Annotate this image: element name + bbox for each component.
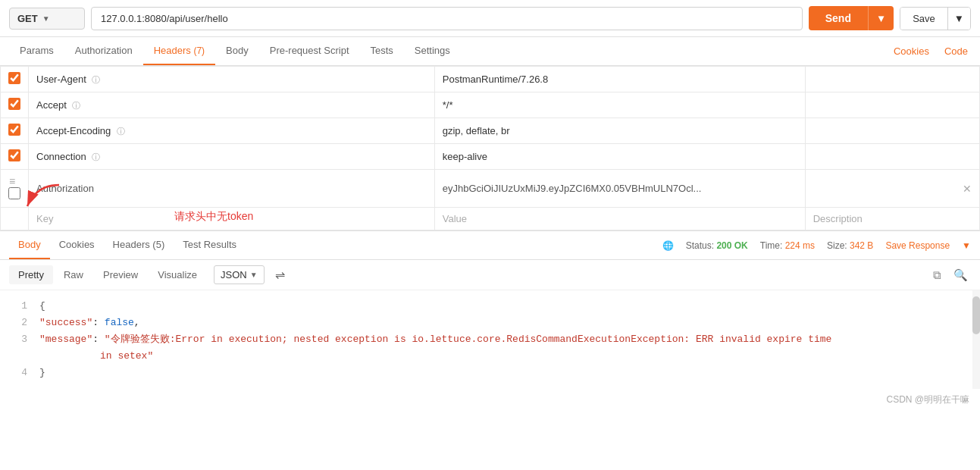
line-content: in setex" xyxy=(39,348,153,365)
status-label: Status: 200 OK xyxy=(686,240,748,251)
format-icons-right: ⧉ 🔍 xyxy=(930,265,971,285)
watermark: CSDN @明明在干嘛 xyxy=(0,389,980,411)
row4-checkbox[interactable] xyxy=(8,149,20,161)
globe-icon[interactable]: 🌐 xyxy=(662,240,674,251)
row1-checkbox[interactable] xyxy=(8,72,20,84)
tab-settings[interactable]: Settings xyxy=(404,37,461,65)
time-label: Time: 224 ms xyxy=(760,240,815,251)
new-checkbox-cell xyxy=(1,208,29,230)
new-desc-cell[interactable]: Description xyxy=(805,208,979,230)
code-link[interactable]: Code xyxy=(941,38,971,64)
tab-tests[interactable]: Tests xyxy=(360,37,404,65)
method-chevron-icon: ▼ xyxy=(42,14,50,23)
info-icon[interactable]: ⓘ xyxy=(92,152,100,161)
info-icon[interactable]: ⓘ xyxy=(92,75,100,84)
save-button-group: Save ▼ xyxy=(900,7,971,30)
line-content: } xyxy=(39,365,45,381)
scrollbar[interactable] xyxy=(972,290,980,389)
response-tabs: Body Cookies Headers (5) Test Results 🌐 … xyxy=(0,231,980,260)
value-cell: */* xyxy=(434,92,805,118)
search-icon[interactable]: 🔍 xyxy=(950,265,971,285)
resp-tab-cookies[interactable]: Cookies xyxy=(50,231,104,259)
save-response-button[interactable]: Save Response xyxy=(885,240,950,251)
url-input[interactable] xyxy=(91,7,803,30)
fmt-tab-visualize[interactable]: Visualize xyxy=(149,265,206,284)
copy-icon[interactable]: ⧉ xyxy=(930,265,944,285)
send-button[interactable]: Send xyxy=(809,6,868,30)
table-row: User-Agent ⓘ PostmanRuntime/7.26.8 xyxy=(1,67,980,92)
json-key: "success" xyxy=(39,317,92,328)
json-content: 1 { 2 "success": false, 3 "message": "令牌… xyxy=(0,290,980,389)
time-value: 224 ms xyxy=(785,240,815,251)
fmt-tab-pretty[interactable]: Pretty xyxy=(9,265,53,284)
checkbox-cell[interactable] xyxy=(1,118,29,144)
menu-icon[interactable]: ≡ xyxy=(9,175,15,187)
resp-tab-body[interactable]: Body xyxy=(9,231,50,259)
json-colon: : xyxy=(92,334,105,345)
json-line-2: 2 "success": false, xyxy=(12,315,968,331)
value-cell: PostmanRuntime/7.26.8 xyxy=(434,67,805,92)
format-type-label: JSON xyxy=(221,269,247,280)
tabs-right: Cookies Code xyxy=(891,38,971,64)
line-number: 4 xyxy=(12,365,27,381)
info-icon[interactable]: ⓘ xyxy=(117,127,125,136)
table-row: ≡ Authorization xyxy=(1,170,980,208)
size-value: 342 B xyxy=(850,240,873,251)
auth-desc-cell: ✕ xyxy=(805,170,979,208)
json-bool: false xyxy=(105,317,134,328)
resp-tab-headers[interactable]: Headers (5) xyxy=(104,231,174,259)
line-number: 1 xyxy=(12,298,27,315)
cookies-link[interactable]: Cookies xyxy=(891,38,932,64)
size-label: Size: 342 B xyxy=(827,240,873,251)
request-tabs: Params Authorization Headers (7) Body Pr… xyxy=(0,37,980,66)
json-line-3b: 3 in setex" xyxy=(12,348,968,365)
save-dropdown-button[interactable]: ▼ xyxy=(947,8,970,30)
table-row: Accept ⓘ */* xyxy=(1,92,980,118)
wrap-button[interactable]: ⇌ xyxy=(272,265,288,285)
tab-headers[interactable]: Headers (7) xyxy=(143,37,215,65)
fmt-tab-preview[interactable]: Preview xyxy=(94,265,147,284)
key-cell: Connection ⓘ xyxy=(29,144,435,170)
row2-checkbox[interactable] xyxy=(8,98,20,110)
checkbox-cell[interactable]: ≡ xyxy=(1,170,29,208)
headers-badge: (7) xyxy=(193,45,205,56)
save-button[interactable]: Save xyxy=(900,8,947,30)
row3-checkbox[interactable] xyxy=(8,124,20,136)
new-value-cell[interactable]: Value xyxy=(434,208,805,230)
checkbox-cell[interactable] xyxy=(1,92,29,118)
json-line-1: 1 { xyxy=(12,298,968,315)
desc-cell xyxy=(805,118,979,144)
tab-body[interactable]: Body xyxy=(215,37,259,65)
tab-prerequest[interactable]: Pre-request Script xyxy=(259,37,360,65)
format-chevron-icon: ▼ xyxy=(250,271,258,279)
new-row: Key Value Description xyxy=(1,208,980,230)
resp-tab-testresults[interactable]: Test Results xyxy=(174,231,246,259)
line-number: 3 xyxy=(12,331,27,348)
desc-cell xyxy=(805,92,979,118)
send-button-group: Send ▼ xyxy=(809,6,894,30)
auth-key-cell: Authorization xyxy=(29,170,435,208)
method-select[interactable]: GET ▼ xyxy=(9,8,85,30)
key-cell: Accept-Encoding ⓘ xyxy=(29,118,435,144)
headers-table-container: User-Agent ⓘ PostmanRuntime/7.26.8 Accep… xyxy=(0,66,980,231)
close-icon[interactable]: ✕ xyxy=(963,183,972,195)
info-icon[interactable]: ⓘ xyxy=(72,101,80,110)
json-key: "message" xyxy=(39,334,92,345)
line-content: "message": "令牌验签失败:Error in execution; n… xyxy=(39,331,831,348)
tab-params[interactable]: Params xyxy=(9,37,64,65)
send-dropdown-button[interactable]: ▼ xyxy=(868,6,894,30)
checkbox-cell[interactable] xyxy=(1,67,29,92)
new-key-cell[interactable]: Key xyxy=(29,208,435,230)
format-type-select[interactable]: JSON ▼ xyxy=(214,265,265,284)
status-value: 200 OK xyxy=(716,240,747,251)
key-cell: Accept ⓘ xyxy=(29,92,435,118)
fmt-tab-raw[interactable]: Raw xyxy=(55,265,92,284)
save-response-dropdown[interactable]: ▼ xyxy=(962,240,971,251)
key-cell: User-Agent ⓘ xyxy=(29,67,435,92)
tab-authorization[interactable]: Authorization xyxy=(64,37,143,65)
headers-body: User-Agent ⓘ PostmanRuntime/7.26.8 Accep… xyxy=(1,67,980,230)
value-cell: gzip, deflate, br xyxy=(434,118,805,144)
checkbox-cell[interactable] xyxy=(1,144,29,170)
scrollbar-thumb[interactable] xyxy=(972,296,980,334)
row5-checkbox[interactable] xyxy=(8,187,20,199)
